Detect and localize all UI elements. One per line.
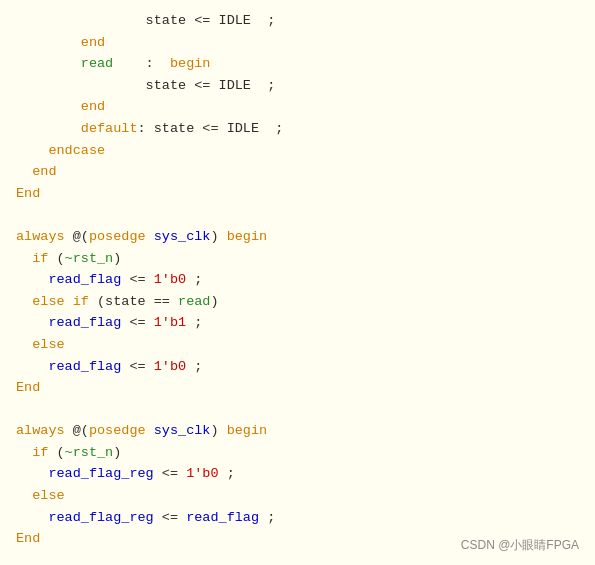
code-line: default: state <= IDLE ; (16, 118, 579, 140)
code-line: endcase (16, 140, 579, 162)
code-line-read-flag-reg-1: read_flag_reg <= 1'b0 ; (16, 463, 579, 485)
watermark: CSDN @小眼睛FPGA (461, 536, 579, 555)
code-line: else (16, 485, 579, 507)
code-line-read-flag-1: read_flag <= 1'b0 ; (16, 269, 579, 291)
code-lines: state <= IDLE ; end read : begin state <… (16, 10, 579, 550)
code-line-read-flag-3: read_flag <= 1'b0 ; (16, 356, 579, 378)
code-line: end (16, 161, 579, 183)
code-line (16, 204, 579, 226)
code-line: state <= IDLE ; (16, 75, 579, 97)
code-line: End (16, 183, 579, 205)
code-line: read : begin (16, 53, 579, 75)
code-line: end (16, 32, 579, 54)
code-line: always @(posedge sys_clk) begin (16, 420, 579, 442)
code-line: always @(posedge sys_clk) begin (16, 226, 579, 248)
code-line-read-flag-reg-2: read_flag_reg <= read_flag ; (16, 507, 579, 529)
code-line: if (~rst_n) (16, 442, 579, 464)
code-line: End (16, 377, 579, 399)
code-editor: state <= IDLE ; end read : begin state <… (0, 0, 595, 565)
code-line: else (16, 334, 579, 356)
code-line (16, 399, 579, 421)
code-line: end (16, 96, 579, 118)
code-line: if (~rst_n) (16, 248, 579, 270)
code-line-read-flag-2: read_flag <= 1'b1 ; (16, 312, 579, 334)
code-line: state <= IDLE ; (16, 10, 579, 32)
code-line: else if (state == read) (16, 291, 579, 313)
